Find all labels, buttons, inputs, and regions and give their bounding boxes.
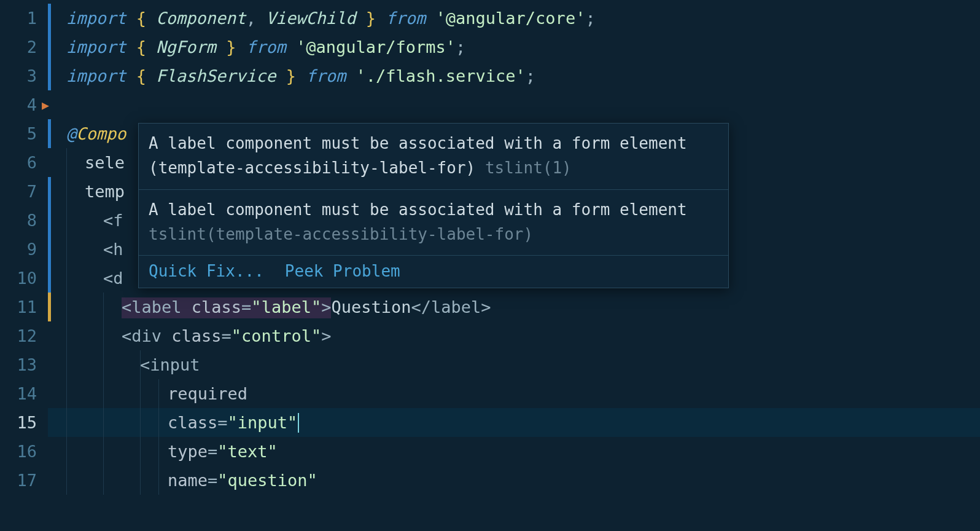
code-line[interactable]: type="text" xyxy=(48,437,980,466)
code-line[interactable]: import { FlashService } from './flash.se… xyxy=(48,61,980,90)
code-line-current[interactable]: class="input" xyxy=(48,408,980,437)
code-line[interactable]: import { NgForm } from '@angular/forms'; xyxy=(48,33,980,61)
line-number: 1 xyxy=(0,4,48,33)
code-line[interactable]: <input xyxy=(48,350,980,379)
line-number: 13 xyxy=(0,350,48,379)
line-number: 7 xyxy=(0,177,48,206)
line-number: 4▶ xyxy=(0,90,48,119)
line-number: 15 xyxy=(0,408,48,437)
line-number: 11 xyxy=(0,293,48,321)
peek-problem-link[interactable]: Peek Problem xyxy=(285,262,400,280)
line-number: 10 xyxy=(0,264,48,293)
code-line[interactable]: import { Component, ViewChild } from '@a… xyxy=(48,4,980,33)
quick-fix-link[interactable]: Quick Fix... xyxy=(149,262,264,280)
diagnostic-message: A label component must be associated wit… xyxy=(139,124,728,189)
line-number: 3 xyxy=(0,61,48,90)
code-line[interactable]: required xyxy=(48,379,980,408)
line-number: 8 xyxy=(0,206,48,235)
line-number-gutter: 1 2 3 4▶ 5 6 7 8 9 10 11 12 13 14 15 16 … xyxy=(0,0,48,531)
line-number: 14 xyxy=(0,379,48,408)
line-number: 17 xyxy=(0,466,48,495)
line-number: 16 xyxy=(0,437,48,466)
diagnostic-hover-popup: A label component must be associated wit… xyxy=(138,123,729,288)
code-line[interactable]: name="question" xyxy=(48,466,980,495)
line-number: 2 xyxy=(0,33,48,61)
line-number: 5 xyxy=(0,119,48,148)
line-number: 12 xyxy=(0,321,48,350)
text-cursor xyxy=(298,413,299,433)
diagnostic-message: A label component must be associated wit… xyxy=(139,189,728,256)
diagnostic-actions: Quick Fix... Peek Problem xyxy=(139,255,728,288)
code-line[interactable]: <div class="control"> xyxy=(48,321,980,350)
line-number: 6 xyxy=(0,148,48,177)
code-line[interactable]: <label class="label">Question</label> xyxy=(48,293,980,321)
line-number: 9 xyxy=(0,235,48,264)
code-line[interactable] xyxy=(48,90,980,119)
code-editor[interactable]: 1 2 3 4▶ 5 6 7 8 9 10 11 12 13 14 15 16 … xyxy=(0,0,980,531)
